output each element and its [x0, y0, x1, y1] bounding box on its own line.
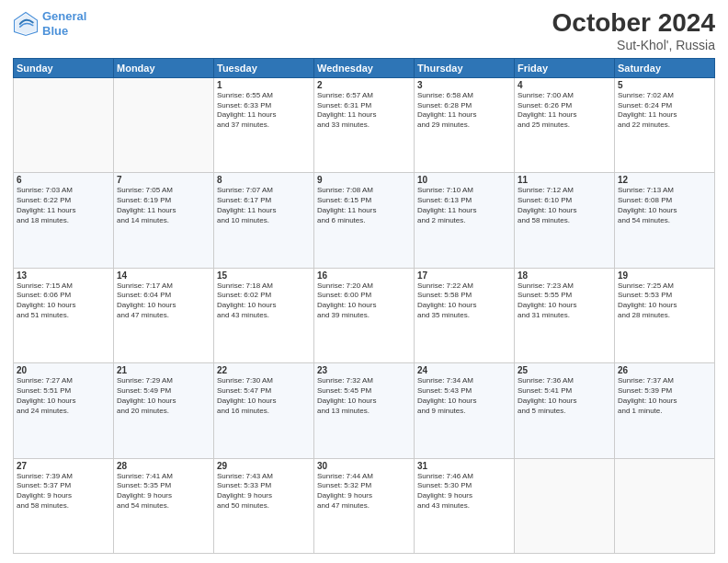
calendar-cell: 20Sunrise: 7:27 AM Sunset: 5:51 PM Dayli…	[14, 363, 114, 458]
day-number: 3	[417, 80, 511, 90]
day-number: 13	[17, 270, 110, 281]
day-info: Sunrise: 7:08 AM Sunset: 6:15 PM Dayligh…	[317, 186, 411, 225]
calendar-cell: 4Sunrise: 7:00 AM Sunset: 6:26 PM Daylig…	[515, 77, 615, 172]
day-number: 5	[618, 80, 711, 90]
calendar-cell	[14, 77, 114, 172]
calendar-cell: 15Sunrise: 7:18 AM Sunset: 6:02 PM Dayli…	[214, 268, 314, 362]
calendar-cell: 25Sunrise: 7:36 AM Sunset: 5:41 PM Dayli…	[515, 363, 615, 458]
logo: General Blue	[13, 9, 86, 38]
day-number: 18	[518, 270, 611, 281]
day-info: Sunrise: 7:32 AM Sunset: 5:45 PM Dayligh…	[317, 376, 411, 416]
calendar-week-row: 20Sunrise: 7:27 AM Sunset: 5:51 PM Dayli…	[14, 363, 715, 458]
day-number: 20	[17, 365, 110, 375]
calendar-week-row: 1Sunrise: 6:55 AM Sunset: 6:33 PM Daylig…	[14, 77, 715, 172]
calendar-cell: 28Sunrise: 7:41 AM Sunset: 5:35 PM Dayli…	[114, 458, 214, 553]
calendar-cell: 2Sunrise: 6:57 AM Sunset: 6:31 PM Daylig…	[314, 77, 415, 172]
calendar-cell: 18Sunrise: 7:23 AM Sunset: 5:55 PM Dayli…	[515, 268, 615, 362]
day-info: Sunrise: 7:00 AM Sunset: 6:26 PM Dayligh…	[518, 91, 611, 131]
calendar-header-row: SundayMondayTuesdayWednesdayThursdayFrid…	[14, 58, 715, 77]
day-header-saturday: Saturday	[615, 58, 715, 77]
day-info: Sunrise: 6:58 AM Sunset: 6:28 PM Dayligh…	[417, 91, 511, 131]
day-info: Sunrise: 7:34 AM Sunset: 5:43 PM Dayligh…	[417, 376, 511, 416]
day-number: 26	[618, 365, 711, 375]
day-number: 21	[117, 365, 210, 375]
day-info: Sunrise: 6:57 AM Sunset: 6:31 PM Dayligh…	[317, 91, 411, 131]
day-number: 11	[518, 175, 611, 185]
day-info: Sunrise: 7:25 AM Sunset: 5:53 PM Dayligh…	[618, 282, 711, 321]
calendar-cell: 3Sunrise: 6:58 AM Sunset: 6:28 PM Daylig…	[415, 77, 515, 172]
calendar-cell: 10Sunrise: 7:10 AM Sunset: 6:13 PM Dayli…	[415, 173, 515, 268]
day-info: Sunrise: 7:39 AM Sunset: 5:37 PM Dayligh…	[17, 472, 110, 511]
day-info: Sunrise: 7:13 AM Sunset: 6:08 PM Dayligh…	[618, 186, 711, 225]
day-header-thursday: Thursday	[415, 58, 515, 77]
calendar-cell: 29Sunrise: 7:43 AM Sunset: 5:33 PM Dayli…	[214, 458, 314, 553]
day-number: 8	[217, 175, 311, 185]
calendar-cell: 21Sunrise: 7:29 AM Sunset: 5:49 PM Dayli…	[114, 363, 214, 458]
day-number: 14	[117, 270, 210, 281]
day-info: Sunrise: 7:12 AM Sunset: 6:10 PM Dayligh…	[518, 186, 611, 225]
day-info: Sunrise: 7:18 AM Sunset: 6:02 PM Dayligh…	[217, 282, 311, 321]
day-number: 7	[117, 175, 210, 185]
day-info: Sunrise: 7:27 AM Sunset: 5:51 PM Dayligh…	[17, 376, 110, 416]
calendar-cell: 12Sunrise: 7:13 AM Sunset: 6:08 PM Dayli…	[615, 173, 715, 268]
day-number: 10	[417, 175, 511, 185]
day-number: 16	[317, 270, 411, 281]
calendar-cell: 17Sunrise: 7:22 AM Sunset: 5:58 PM Dayli…	[415, 268, 515, 362]
calendar-cell: 26Sunrise: 7:37 AM Sunset: 5:39 PM Dayli…	[615, 363, 715, 458]
day-info: Sunrise: 7:22 AM Sunset: 5:58 PM Dayligh…	[417, 282, 511, 321]
day-number: 2	[317, 80, 411, 90]
day-info: Sunrise: 7:23 AM Sunset: 5:55 PM Dayligh…	[518, 282, 611, 321]
calendar-week-row: 6Sunrise: 7:03 AM Sunset: 6:22 PM Daylig…	[14, 173, 715, 268]
day-number: 24	[417, 365, 511, 375]
calendar-table: SundayMondayTuesdayWednesdayThursdayFrid…	[13, 58, 715, 554]
day-number: 25	[518, 365, 611, 375]
day-number: 31	[417, 461, 511, 471]
day-header-monday: Monday	[114, 58, 214, 77]
calendar-cell: 14Sunrise: 7:17 AM Sunset: 6:04 PM Dayli…	[114, 268, 214, 362]
calendar-week-row: 13Sunrise: 7:15 AM Sunset: 6:06 PM Dayli…	[14, 268, 715, 362]
day-info: Sunrise: 6:55 AM Sunset: 6:33 PM Dayligh…	[217, 91, 311, 131]
calendar-cell: 11Sunrise: 7:12 AM Sunset: 6:10 PM Dayli…	[515, 173, 615, 268]
day-header-tuesday: Tuesday	[214, 58, 314, 77]
calendar-cell: 30Sunrise: 7:44 AM Sunset: 5:32 PM Dayli…	[314, 458, 415, 553]
day-info: Sunrise: 7:05 AM Sunset: 6:19 PM Dayligh…	[117, 186, 210, 225]
calendar-cell	[615, 458, 715, 553]
day-number: 19	[618, 270, 711, 281]
day-number: 23	[317, 365, 411, 375]
subtitle: Sut-Khol', Russia	[552, 38, 715, 52]
day-number: 4	[518, 80, 611, 90]
calendar-cell: 22Sunrise: 7:30 AM Sunset: 5:47 PM Dayli…	[214, 363, 314, 458]
day-info: Sunrise: 7:15 AM Sunset: 6:06 PM Dayligh…	[17, 282, 110, 321]
day-header-sunday: Sunday	[14, 58, 114, 77]
calendar-cell: 13Sunrise: 7:15 AM Sunset: 6:06 PM Dayli…	[14, 268, 114, 362]
day-info: Sunrise: 7:02 AM Sunset: 6:24 PM Dayligh…	[618, 91, 711, 131]
logo-text: General Blue	[42, 9, 86, 38]
day-header-wednesday: Wednesday	[314, 58, 415, 77]
day-number: 27	[17, 461, 110, 471]
day-number: 9	[317, 175, 411, 185]
day-header-friday: Friday	[515, 58, 615, 77]
calendar-cell: 31Sunrise: 7:46 AM Sunset: 5:30 PM Dayli…	[415, 458, 515, 553]
day-number: 30	[317, 461, 411, 471]
day-number: 17	[417, 270, 511, 281]
title-block: October 2024 Sut-Khol', Russia	[552, 9, 715, 52]
calendar-cell: 24Sunrise: 7:34 AM Sunset: 5:43 PM Dayli…	[415, 363, 515, 458]
day-number: 1	[217, 80, 311, 90]
header: General Blue October 2024 Sut-Khol', Rus…	[13, 9, 715, 52]
day-info: Sunrise: 7:43 AM Sunset: 5:33 PM Dayligh…	[217, 472, 311, 511]
calendar-cell: 7Sunrise: 7:05 AM Sunset: 6:19 PM Daylig…	[114, 173, 214, 268]
logo-line2: Blue	[42, 24, 68, 38]
day-info: Sunrise: 7:07 AM Sunset: 6:17 PM Dayligh…	[217, 186, 311, 225]
logo-icon	[13, 11, 39, 37]
day-info: Sunrise: 7:17 AM Sunset: 6:04 PM Dayligh…	[117, 282, 210, 321]
day-number: 22	[217, 365, 311, 375]
day-info: Sunrise: 7:37 AM Sunset: 5:39 PM Dayligh…	[618, 376, 711, 416]
calendar-week-row: 27Sunrise: 7:39 AM Sunset: 5:37 PM Dayli…	[14, 458, 715, 553]
calendar-cell: 23Sunrise: 7:32 AM Sunset: 5:45 PM Dayli…	[314, 363, 415, 458]
calendar-cell: 5Sunrise: 7:02 AM Sunset: 6:24 PM Daylig…	[615, 77, 715, 172]
day-number: 29	[217, 461, 311, 471]
day-info: Sunrise: 7:29 AM Sunset: 5:49 PM Dayligh…	[117, 376, 210, 416]
calendar-cell: 19Sunrise: 7:25 AM Sunset: 5:53 PM Dayli…	[615, 268, 715, 362]
day-info: Sunrise: 7:36 AM Sunset: 5:41 PM Dayligh…	[518, 376, 611, 416]
day-info: Sunrise: 7:41 AM Sunset: 5:35 PM Dayligh…	[117, 472, 210, 511]
